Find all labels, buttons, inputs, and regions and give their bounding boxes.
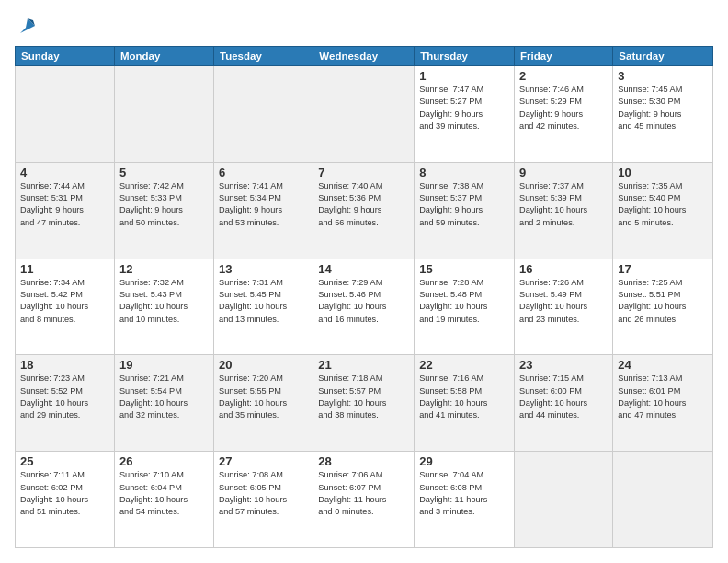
day-info: Sunrise: 7:08 AM Sunset: 6:05 PM Dayligh…	[219, 469, 308, 518]
week-row-2: 4Sunrise: 7:44 AM Sunset: 5:31 PM Daylig…	[16, 162, 713, 259]
day-info: Sunrise: 7:26 AM Sunset: 5:49 PM Dayligh…	[519, 277, 608, 326]
day-number: 5	[119, 166, 209, 179]
header	[15, 15, 713, 37]
day-info: Sunrise: 7:37 AM Sunset: 5:39 PM Dayligh…	[519, 180, 608, 229]
day-info: Sunrise: 7:04 AM Sunset: 6:08 PM Dayligh…	[419, 469, 509, 518]
day-number: 29	[419, 454, 509, 468]
day-info: Sunrise: 7:29 AM Sunset: 5:46 PM Dayligh…	[318, 277, 409, 326]
day-number: 28	[318, 454, 409, 468]
day-info: Sunrise: 7:32 AM Sunset: 5:43 PM Dayligh…	[119, 277, 209, 326]
calendar-cell	[515, 452, 613, 548]
calendar-cell: 26Sunrise: 7:10 AM Sunset: 6:04 PM Dayli…	[114, 452, 213, 548]
day-info: Sunrise: 7:45 AM Sunset: 5:30 PM Dayligh…	[618, 84, 708, 132]
calendar-cell	[214, 66, 313, 163]
day-number: 27	[219, 454, 308, 468]
calendar-cell: 27Sunrise: 7:08 AM Sunset: 6:05 PM Dayli…	[214, 452, 313, 548]
page: SundayMondayTuesdayWednesdayThursdayFrid…	[0, 0, 728, 563]
day-number: 18	[20, 358, 109, 372]
day-number: 3	[618, 69, 708, 83]
day-info: Sunrise: 7:40 AM Sunset: 5:36 PM Dayligh…	[318, 180, 409, 229]
weekday-saturday: Saturday	[613, 47, 713, 66]
day-number: 13	[219, 262, 308, 276]
day-number: 20	[219, 358, 308, 372]
calendar-cell: 12Sunrise: 7:32 AM Sunset: 5:43 PM Dayli…	[114, 259, 213, 355]
day-number: 23	[519, 358, 608, 372]
day-number: 15	[419, 262, 509, 276]
calendar-cell: 9Sunrise: 7:37 AM Sunset: 5:39 PM Daylig…	[515, 162, 613, 259]
calendar-cell: 5Sunrise: 7:42 AM Sunset: 5:33 PM Daylig…	[114, 162, 213, 259]
day-info: Sunrise: 7:25 AM Sunset: 5:51 PM Dayligh…	[618, 277, 708, 326]
calendar-cell: 23Sunrise: 7:15 AM Sunset: 6:00 PM Dayli…	[515, 355, 613, 452]
weekday-header-row: SundayMondayTuesdayWednesdayThursdayFrid…	[16, 47, 713, 66]
day-info: Sunrise: 7:44 AM Sunset: 5:31 PM Dayligh…	[20, 180, 109, 229]
day-number: 9	[519, 166, 608, 179]
weekday-monday: Monday	[114, 47, 213, 66]
calendar-cell: 29Sunrise: 7:04 AM Sunset: 6:08 PM Dayli…	[415, 452, 515, 548]
calendar-cell: 14Sunrise: 7:29 AM Sunset: 5:46 PM Dayli…	[313, 259, 415, 355]
day-info: Sunrise: 7:46 AM Sunset: 5:29 PM Dayligh…	[519, 84, 608, 132]
day-info: Sunrise: 7:18 AM Sunset: 5:57 PM Dayligh…	[318, 373, 409, 421]
day-number: 25	[20, 454, 109, 468]
week-row-1: 1Sunrise: 7:47 AM Sunset: 5:27 PM Daylig…	[16, 66, 713, 163]
day-info: Sunrise: 7:10 AM Sunset: 6:04 PM Dayligh…	[119, 469, 209, 518]
calendar-cell: 6Sunrise: 7:41 AM Sunset: 5:34 PM Daylig…	[214, 162, 313, 259]
day-number: 19	[119, 358, 209, 372]
weekday-wednesday: Wednesday	[313, 47, 415, 66]
day-number: 11	[20, 262, 109, 276]
day-info: Sunrise: 7:23 AM Sunset: 5:52 PM Dayligh…	[20, 373, 109, 421]
day-number: 8	[419, 166, 509, 179]
weekday-friday: Friday	[515, 47, 613, 66]
day-info: Sunrise: 7:47 AM Sunset: 5:27 PM Dayligh…	[419, 84, 509, 132]
day-number: 6	[219, 166, 308, 179]
day-info: Sunrise: 7:16 AM Sunset: 5:58 PM Dayligh…	[419, 373, 509, 421]
weekday-tuesday: Tuesday	[214, 47, 313, 66]
logo-icon	[17, 15, 39, 37]
calendar-cell	[16, 66, 115, 163]
day-info: Sunrise: 7:34 AM Sunset: 5:42 PM Dayligh…	[20, 277, 109, 326]
day-info: Sunrise: 7:13 AM Sunset: 6:01 PM Dayligh…	[618, 373, 708, 421]
calendar-cell: 16Sunrise: 7:26 AM Sunset: 5:49 PM Dayli…	[515, 259, 613, 355]
day-info: Sunrise: 7:42 AM Sunset: 5:33 PM Dayligh…	[119, 180, 209, 229]
day-info: Sunrise: 7:35 AM Sunset: 5:40 PM Dayligh…	[618, 180, 708, 229]
week-row-3: 11Sunrise: 7:34 AM Sunset: 5:42 PM Dayli…	[16, 259, 713, 355]
day-info: Sunrise: 7:28 AM Sunset: 5:48 PM Dayligh…	[419, 277, 509, 326]
day-info: Sunrise: 7:06 AM Sunset: 6:07 PM Dayligh…	[318, 469, 409, 518]
day-info: Sunrise: 7:38 AM Sunset: 5:37 PM Dayligh…	[419, 180, 509, 229]
day-info: Sunrise: 7:31 AM Sunset: 5:45 PM Dayligh…	[219, 277, 308, 326]
day-number: 17	[618, 262, 708, 276]
calendar-cell: 11Sunrise: 7:34 AM Sunset: 5:42 PM Dayli…	[16, 259, 115, 355]
day-info: Sunrise: 7:41 AM Sunset: 5:34 PM Dayligh…	[219, 180, 308, 229]
calendar-cell: 21Sunrise: 7:18 AM Sunset: 5:57 PM Dayli…	[313, 355, 415, 452]
calendar-cell: 3Sunrise: 7:45 AM Sunset: 5:30 PM Daylig…	[613, 66, 713, 163]
calendar-cell: 2Sunrise: 7:46 AM Sunset: 5:29 PM Daylig…	[515, 66, 613, 163]
calendar-cell: 20Sunrise: 7:20 AM Sunset: 5:55 PM Dayli…	[214, 355, 313, 452]
calendar-cell: 22Sunrise: 7:16 AM Sunset: 5:58 PM Dayli…	[415, 355, 515, 452]
calendar-cell: 8Sunrise: 7:38 AM Sunset: 5:37 PM Daylig…	[415, 162, 515, 259]
day-number: 7	[318, 166, 409, 179]
day-number: 26	[119, 454, 209, 468]
calendar-cell	[613, 452, 713, 548]
week-row-4: 18Sunrise: 7:23 AM Sunset: 5:52 PM Dayli…	[16, 355, 713, 452]
day-number: 1	[419, 69, 509, 83]
calendar-table: SundayMondayTuesdayWednesdayThursdayFrid…	[15, 46, 713, 548]
calendar-cell: 15Sunrise: 7:28 AM Sunset: 5:48 PM Dayli…	[415, 259, 515, 355]
day-number: 14	[318, 262, 409, 276]
day-info: Sunrise: 7:15 AM Sunset: 6:00 PM Dayligh…	[519, 373, 608, 421]
day-number: 16	[519, 262, 608, 276]
calendar-cell: 10Sunrise: 7:35 AM Sunset: 5:40 PM Dayli…	[613, 162, 713, 259]
day-number: 4	[20, 166, 109, 179]
calendar-cell: 17Sunrise: 7:25 AM Sunset: 5:51 PM Dayli…	[613, 259, 713, 355]
calendar-cell	[313, 66, 415, 163]
day-number: 24	[618, 358, 708, 372]
day-number: 2	[519, 69, 608, 83]
calendar-cell	[114, 66, 213, 163]
calendar-cell: 19Sunrise: 7:21 AM Sunset: 5:54 PM Dayli…	[114, 355, 213, 452]
calendar-cell: 24Sunrise: 7:13 AM Sunset: 6:01 PM Dayli…	[613, 355, 713, 452]
calendar-cell: 25Sunrise: 7:11 AM Sunset: 6:02 PM Dayli…	[16, 452, 115, 548]
calendar-cell: 7Sunrise: 7:40 AM Sunset: 5:36 PM Daylig…	[313, 162, 415, 259]
day-info: Sunrise: 7:21 AM Sunset: 5:54 PM Dayligh…	[119, 373, 209, 421]
calendar-cell: 4Sunrise: 7:44 AM Sunset: 5:31 PM Daylig…	[16, 162, 115, 259]
day-number: 12	[119, 262, 209, 276]
calendar-cell: 28Sunrise: 7:06 AM Sunset: 6:07 PM Dayli…	[313, 452, 415, 548]
day-number: 22	[419, 358, 509, 372]
